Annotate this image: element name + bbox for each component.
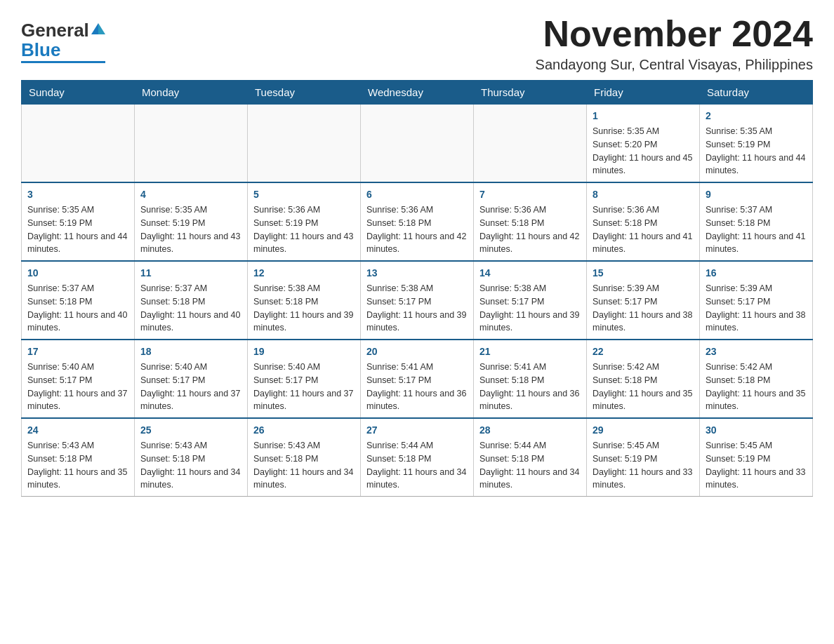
day-info: Sunrise: 5:36 AMSunset: 5:18 PMDaylight:… [593, 203, 694, 256]
day-number: 19 [253, 344, 355, 359]
day-info: Sunrise: 5:35 AMSunset: 5:20 PMDaylight:… [593, 125, 694, 177]
calendar-header-friday: Friday [587, 81, 700, 105]
day-info: Sunrise: 5:40 AMSunset: 5:17 PMDaylight:… [140, 361, 241, 413]
day-number: 6 [366, 187, 468, 202]
calendar-cell: 28Sunrise: 5:44 AMSunset: 5:18 PMDayligh… [474, 418, 587, 497]
day-info: Sunrise: 5:35 AMSunset: 5:19 PMDaylight:… [140, 203, 241, 256]
calendar-week-row: 24Sunrise: 5:43 AMSunset: 5:18 PMDayligh… [22, 418, 813, 497]
day-number: 1 [593, 109, 694, 123]
calendar-cell: 3Sunrise: 5:35 AMSunset: 5:19 PMDaylight… [22, 182, 135, 261]
day-info: Sunrise: 5:41 AMSunset: 5:18 PMDaylight:… [479, 361, 581, 413]
day-info: Sunrise: 5:43 AMSunset: 5:18 PMDaylight:… [253, 439, 355, 492]
day-info: Sunrise: 5:45 AMSunset: 5:19 PMDaylight:… [593, 439, 694, 492]
day-info: Sunrise: 5:36 AMSunset: 5:19 PMDaylight:… [253, 203, 355, 256]
calendar-cell: 27Sunrise: 5:44 AMSunset: 5:18 PMDayligh… [361, 418, 474, 497]
calendar-cell: 22Sunrise: 5:42 AMSunset: 5:18 PMDayligh… [587, 340, 700, 418]
calendar-week-row: 3Sunrise: 5:35 AMSunset: 5:19 PMDaylight… [22, 182, 813, 261]
calendar-cell: 29Sunrise: 5:45 AMSunset: 5:19 PMDayligh… [587, 418, 700, 497]
day-number: 8 [593, 187, 694, 202]
day-number: 16 [706, 266, 807, 281]
day-info: Sunrise: 5:43 AMSunset: 5:18 PMDaylight:… [27, 439, 128, 492]
day-number: 11 [140, 266, 241, 281]
day-number: 26 [253, 423, 355, 438]
day-number: 14 [479, 266, 581, 281]
calendar-cell: 1Sunrise: 5:35 AMSunset: 5:20 PMDaylight… [587, 105, 700, 183]
calendar-cell: 11Sunrise: 5:37 AMSunset: 5:18 PMDayligh… [135, 261, 248, 340]
calendar-cell: 26Sunrise: 5:43 AMSunset: 5:18 PMDayligh… [248, 418, 361, 497]
day-number: 5 [253, 187, 355, 202]
day-number: 7 [479, 187, 581, 202]
calendar-cell: 9Sunrise: 5:37 AMSunset: 5:18 PMDaylight… [700, 182, 813, 261]
calendar-cell: 6Sunrise: 5:36 AMSunset: 5:18 PMDaylight… [361, 182, 474, 261]
calendar-cell [135, 105, 248, 183]
day-info: Sunrise: 5:41 AMSunset: 5:17 PMDaylight:… [366, 361, 468, 413]
day-number: 28 [479, 423, 581, 438]
day-info: Sunrise: 5:36 AMSunset: 5:18 PMDaylight:… [366, 203, 468, 256]
calendar-header-monday: Monday [135, 81, 248, 105]
calendar-week-row: 17Sunrise: 5:40 AMSunset: 5:17 PMDayligh… [22, 340, 813, 418]
logo-blue: Blue [21, 41, 60, 59]
day-info: Sunrise: 5:38 AMSunset: 5:18 PMDaylight:… [253, 282, 355, 335]
calendar-cell: 30Sunrise: 5:45 AMSunset: 5:19 PMDayligh… [700, 418, 813, 497]
calendar-cell: 4Sunrise: 5:35 AMSunset: 5:19 PMDaylight… [135, 182, 248, 261]
day-info: Sunrise: 5:38 AMSunset: 5:17 PMDaylight:… [366, 282, 468, 335]
day-info: Sunrise: 5:39 AMSunset: 5:17 PMDaylight:… [593, 282, 694, 335]
calendar-cell: 7Sunrise: 5:36 AMSunset: 5:18 PMDaylight… [474, 182, 587, 261]
day-info: Sunrise: 5:43 AMSunset: 5:18 PMDaylight:… [140, 439, 241, 492]
calendar-cell: 5Sunrise: 5:36 AMSunset: 5:19 PMDaylight… [248, 182, 361, 261]
calendar: SundayMondayTuesdayWednesdayThursdayFrid… [21, 80, 813, 497]
day-info: Sunrise: 5:42 AMSunset: 5:18 PMDaylight:… [706, 361, 807, 413]
day-number: 22 [593, 344, 694, 359]
calendar-cell: 15Sunrise: 5:39 AMSunset: 5:17 PMDayligh… [587, 261, 700, 340]
page-header: General Blue November 2024 Sandayong Sur… [21, 14, 813, 73]
location-title: Sandayong Sur, Central Visayas, Philippi… [536, 57, 813, 73]
calendar-header-tuesday: Tuesday [248, 81, 361, 105]
calendar-week-row: 1Sunrise: 5:35 AMSunset: 5:20 PMDaylight… [22, 105, 813, 183]
logo: General Blue [21, 21, 105, 63]
calendar-cell: 21Sunrise: 5:41 AMSunset: 5:18 PMDayligh… [474, 340, 587, 418]
calendar-header-row: SundayMondayTuesdayWednesdayThursdayFrid… [22, 81, 813, 105]
calendar-week-row: 10Sunrise: 5:37 AMSunset: 5:18 PMDayligh… [22, 261, 813, 340]
day-info: Sunrise: 5:37 AMSunset: 5:18 PMDaylight:… [706, 203, 807, 256]
day-number: 13 [366, 266, 468, 281]
calendar-cell: 18Sunrise: 5:40 AMSunset: 5:17 PMDayligh… [135, 340, 248, 418]
day-number: 18 [140, 344, 241, 359]
day-info: Sunrise: 5:40 AMSunset: 5:17 PMDaylight:… [27, 361, 128, 413]
day-info: Sunrise: 5:44 AMSunset: 5:18 PMDaylight:… [479, 439, 581, 492]
calendar-header-thursday: Thursday [474, 81, 587, 105]
calendar-cell: 17Sunrise: 5:40 AMSunset: 5:17 PMDayligh… [22, 340, 135, 418]
calendar-cell: 2Sunrise: 5:35 AMSunset: 5:19 PMDaylight… [700, 105, 813, 183]
calendar-cell [361, 105, 474, 183]
day-info: Sunrise: 5:38 AMSunset: 5:17 PMDaylight:… [479, 282, 581, 335]
day-number: 25 [140, 423, 241, 438]
calendar-cell: 14Sunrise: 5:38 AMSunset: 5:17 PMDayligh… [474, 261, 587, 340]
logo-line [21, 61, 105, 63]
calendar-cell: 19Sunrise: 5:40 AMSunset: 5:17 PMDayligh… [248, 340, 361, 418]
day-number: 15 [593, 266, 694, 281]
calendar-cell: 10Sunrise: 5:37 AMSunset: 5:18 PMDayligh… [22, 261, 135, 340]
day-number: 23 [706, 344, 807, 359]
day-info: Sunrise: 5:44 AMSunset: 5:18 PMDaylight:… [366, 439, 468, 492]
day-number: 3 [27, 187, 128, 202]
day-number: 10 [27, 266, 128, 281]
day-info: Sunrise: 5:45 AMSunset: 5:19 PMDaylight:… [706, 439, 807, 492]
calendar-header-wednesday: Wednesday [361, 81, 474, 105]
calendar-cell [248, 105, 361, 183]
day-info: Sunrise: 5:35 AMSunset: 5:19 PMDaylight:… [27, 203, 128, 256]
calendar-cell: 25Sunrise: 5:43 AMSunset: 5:18 PMDayligh… [135, 418, 248, 497]
day-number: 21 [479, 344, 581, 359]
day-number: 2 [706, 109, 807, 123]
day-number: 24 [27, 423, 128, 438]
day-info: Sunrise: 5:40 AMSunset: 5:17 PMDaylight:… [253, 361, 355, 413]
day-info: Sunrise: 5:35 AMSunset: 5:19 PMDaylight:… [706, 125, 807, 177]
calendar-cell: 23Sunrise: 5:42 AMSunset: 5:18 PMDayligh… [700, 340, 813, 418]
day-info: Sunrise: 5:37 AMSunset: 5:18 PMDaylight:… [140, 282, 241, 335]
calendar-cell [22, 105, 135, 183]
calendar-header-saturday: Saturday [700, 81, 813, 105]
calendar-cell [474, 105, 587, 183]
day-number: 12 [253, 266, 355, 281]
calendar-header-sunday: Sunday [22, 81, 135, 105]
calendar-cell: 12Sunrise: 5:38 AMSunset: 5:18 PMDayligh… [248, 261, 361, 340]
month-title: November 2024 [536, 14, 813, 54]
day-info: Sunrise: 5:39 AMSunset: 5:17 PMDaylight:… [706, 282, 807, 335]
